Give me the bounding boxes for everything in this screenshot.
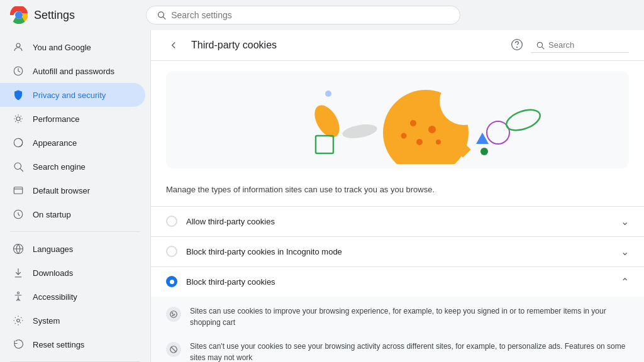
svg-point-9: [14, 163, 21, 170]
svg-point-27: [517, 47, 518, 47]
search-icon: [157, 10, 166, 20]
option-block-all-label: Block third-party cookies: [186, 277, 621, 287]
content-search-input[interactable]: [548, 40, 624, 50]
svg-line-15: [18, 214, 19, 216]
svg-point-46: [170, 310, 177, 317]
sidebar-item-downloads[interactable]: Downloads: [0, 261, 145, 285]
sidebar-item-reset[interactable]: Reset settings: [0, 332, 145, 356]
sidebar-item-system[interactable]: System: [0, 309, 145, 332]
block-icon: [166, 342, 181, 357]
cookie-small-icon: [166, 307, 181, 322]
content-search-icon: [536, 41, 545, 50]
main-layout: You and Google Autofill and passwords Pr…: [0, 30, 644, 362]
expanded-cant-use-text: Sites can't use your cookies to see your…: [190, 341, 629, 363]
svg-point-2: [16, 13, 22, 18]
chevron-allow-icon: ⌄: [621, 216, 629, 228]
svg-line-29: [542, 47, 544, 48]
person-icon: [13, 41, 24, 53]
browser-icon: [13, 185, 24, 196]
reset-icon: [13, 339, 24, 350]
sidebar-item-privacy[interactable]: Privacy and security: [0, 83, 145, 107]
shield-icon: [13, 89, 24, 101]
svg-point-49: [172, 315, 173, 315]
sidebar-item-languages[interactable]: Languages: [0, 237, 145, 261]
content-search-bar[interactable]: [531, 38, 629, 53]
sidebar: You and Google Autofill and passwords Pr…: [0, 30, 151, 362]
sidebar-item-on-startup[interactable]: On startup: [0, 202, 145, 226]
sidebar-item-performance[interactable]: Performance: [0, 107, 145, 131]
svg-point-30: [325, 90, 331, 97]
svg-point-39: [436, 140, 441, 145]
svg-point-38: [416, 139, 423, 145]
option-block-incognito[interactable]: Block third-party cookies in Incognito m…: [151, 236, 644, 266]
startup-icon: [13, 209, 24, 220]
sidebar-item-you-and-google[interactable]: You and Google: [0, 35, 145, 59]
svg-point-35: [440, 77, 487, 125]
back-button[interactable]: [166, 38, 181, 53]
top-search-bar[interactable]: [146, 6, 460, 25]
option-block-all[interactable]: Block third-party cookies ⌃: [151, 266, 644, 297]
app-title: Settings: [34, 9, 75, 22]
chevron-block-all-icon: ⌃: [621, 276, 629, 288]
sidebar-divider-1: [10, 231, 140, 232]
languages-icon: [13, 243, 24, 255]
svg-rect-11: [14, 187, 23, 194]
chrome-logo-icon: [10, 6, 28, 24]
sidebar-item-search-engine[interactable]: Search engine: [0, 155, 145, 178]
header-actions: [511, 38, 629, 53]
performance-icon: [13, 113, 24, 124]
download-icon: [13, 267, 24, 278]
option-allow[interactable]: Allow third-party cookies ⌄: [151, 206, 644, 236]
svg-line-10: [20, 168, 23, 171]
content-header: Third-party cookies: [151, 30, 644, 61]
svg-point-5: [16, 43, 20, 47]
autofill-icon: [13, 65, 24, 77]
sidebar-item-default-browser[interactable]: Default browser: [0, 178, 145, 202]
option-allow-label: Allow third-party cookies: [186, 217, 621, 226]
cookie-svg: [240, 76, 555, 164]
appearance-icon: [13, 137, 24, 148]
page-title: Third-party cookies: [191, 40, 501, 51]
system-icon: [13, 315, 24, 326]
content-area: Third-party cookies: [151, 30, 644, 362]
svg-point-37: [428, 126, 436, 133]
radio-allow[interactable]: [166, 216, 177, 227]
svg-point-40: [401, 133, 407, 138]
svg-point-18: [17, 319, 20, 322]
svg-point-47: [172, 312, 173, 313]
expanded-content: Sites can use cookies to improve your br…: [151, 297, 644, 363]
search-engine-icon: [13, 161, 24, 172]
expanded-item-cant-use: Sites can't use your cookies to see your…: [166, 334, 629, 363]
svg-point-48: [174, 314, 175, 315]
svg-line-4: [163, 17, 165, 19]
svg-rect-33: [316, 136, 333, 153]
top-search-input[interactable]: [171, 10, 450, 20]
svg-point-32: [341, 122, 379, 140]
svg-point-43: [480, 148, 488, 155]
description-text: Manage the types of information sites ca…: [151, 178, 644, 206]
sidebar-item-autofill[interactable]: Autofill and passwords: [0, 59, 145, 83]
svg-point-17: [18, 292, 19, 294]
radio-block-all[interactable]: [166, 276, 177, 287]
app-title-area: Settings: [10, 6, 136, 24]
sidebar-item-appearance[interactable]: Appearance: [0, 131, 145, 155]
sidebar-item-accessibility[interactable]: Accessibility: [0, 285, 145, 309]
expanded-can-use-text: Sites can use cookies to improve your br…: [190, 305, 629, 328]
accessibility-icon: [13, 291, 24, 302]
svg-point-36: [410, 120, 416, 126]
cookie-illustration: [166, 71, 629, 168]
svg-line-51: [171, 346, 176, 351]
help-icon[interactable]: [511, 38, 523, 53]
chevron-block-incognito-icon: ⌄: [621, 246, 629, 258]
radio-block-incognito[interactable]: [166, 246, 177, 257]
top-bar: Settings: [0, 0, 644, 30]
svg-point-7: [16, 117, 20, 121]
option-block-incognito-label: Block third-party cookies in Incognito m…: [186, 247, 621, 256]
expanded-item-can-use: Sites can use cookies to improve your br…: [166, 299, 629, 334]
